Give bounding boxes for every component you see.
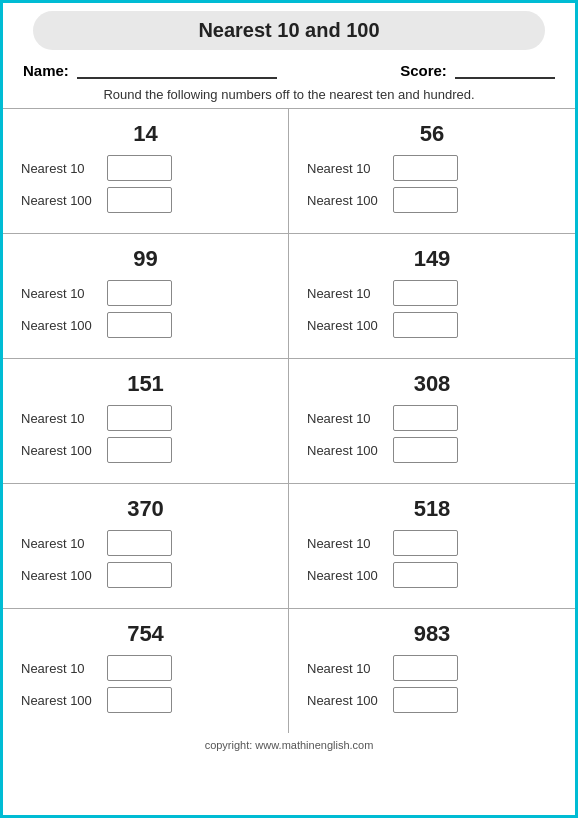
score-label: Score: bbox=[400, 62, 447, 79]
answer-row-14-10: Nearest 10 bbox=[21, 155, 270, 181]
answer-row-518-10: Nearest 10 bbox=[307, 530, 557, 556]
nearest100-label-99: Nearest 100 bbox=[21, 318, 101, 333]
problem-cell-99: 99 Nearest 10 Nearest 100 bbox=[3, 234, 289, 359]
answer-row-151-10: Nearest 10 bbox=[21, 405, 270, 431]
problem-number-518: 518 bbox=[307, 496, 557, 522]
answer-box-370-100[interactable] bbox=[107, 562, 172, 588]
nearest10-label-149: Nearest 10 bbox=[307, 286, 387, 301]
problem-number-308: 308 bbox=[307, 371, 557, 397]
nearest100-label: Nearest 100 bbox=[21, 193, 101, 208]
problem-cell-308: 308 Nearest 10 Nearest 100 bbox=[289, 359, 575, 484]
answer-box-149-100[interactable] bbox=[393, 312, 458, 338]
answer-box-151-10[interactable] bbox=[107, 405, 172, 431]
answer-box-99-100[interactable] bbox=[107, 312, 172, 338]
answer-row-754-100: Nearest 100 bbox=[21, 687, 270, 713]
answer-row-983-100: Nearest 100 bbox=[307, 687, 557, 713]
nearest100-label-56: Nearest 100 bbox=[307, 193, 387, 208]
nearest10-label-56: Nearest 10 bbox=[307, 161, 387, 176]
nearest100-label-754: Nearest 100 bbox=[21, 693, 101, 708]
instructions-text: Round the following numbers off to the n… bbox=[3, 83, 575, 108]
nearest10-label-308: Nearest 10 bbox=[307, 411, 387, 426]
nearest100-label-308: Nearest 100 bbox=[307, 443, 387, 458]
answer-box-149-10[interactable] bbox=[393, 280, 458, 306]
answer-box-518-100[interactable] bbox=[393, 562, 458, 588]
answer-box-308-10[interactable] bbox=[393, 405, 458, 431]
nearest100-label-518: Nearest 100 bbox=[307, 568, 387, 583]
answer-row-754-10: Nearest 10 bbox=[21, 655, 270, 681]
answer-row-149-100: Nearest 100 bbox=[307, 312, 557, 338]
answer-box-14-10[interactable] bbox=[107, 155, 172, 181]
answer-row-56-10: Nearest 10 bbox=[307, 155, 557, 181]
problem-number-151: 151 bbox=[21, 371, 270, 397]
answer-row-518-100: Nearest 100 bbox=[307, 562, 557, 588]
problem-cell-56: 56 Nearest 10 Nearest 100 bbox=[289, 109, 575, 234]
problems-grid: 14 Nearest 10 Nearest 100 56 Nearest 10 … bbox=[3, 108, 575, 733]
answer-row-983-10: Nearest 10 bbox=[307, 655, 557, 681]
nearest10-label-754: Nearest 10 bbox=[21, 661, 101, 676]
answer-row-308-10: Nearest 10 bbox=[307, 405, 557, 431]
answer-box-308-100[interactable] bbox=[393, 437, 458, 463]
problem-number-56: 56 bbox=[307, 121, 557, 147]
problem-number-754: 754 bbox=[21, 621, 270, 647]
answer-row-151-100: Nearest 100 bbox=[21, 437, 270, 463]
name-label: Name: bbox=[23, 62, 69, 79]
answer-row-370-100: Nearest 100 bbox=[21, 562, 270, 588]
nearest10-label-99: Nearest 10 bbox=[21, 286, 101, 301]
problem-number-99: 99 bbox=[21, 246, 270, 272]
problem-cell-151: 151 Nearest 10 Nearest 100 bbox=[3, 359, 289, 484]
problem-cell-370: 370 Nearest 10 Nearest 100 bbox=[3, 484, 289, 609]
answer-row-370-10: Nearest 10 bbox=[21, 530, 270, 556]
problem-cell-754: 754 Nearest 10 Nearest 100 bbox=[3, 609, 289, 733]
answer-box-754-10[interactable] bbox=[107, 655, 172, 681]
answer-box-983-100[interactable] bbox=[393, 687, 458, 713]
problem-number-149: 149 bbox=[307, 246, 557, 272]
problem-cell-149: 149 Nearest 10 Nearest 100 bbox=[289, 234, 575, 359]
problem-cell-14: 14 Nearest 10 Nearest 100 bbox=[3, 109, 289, 234]
answer-box-151-100[interactable] bbox=[107, 437, 172, 463]
answer-row-56-100: Nearest 100 bbox=[307, 187, 557, 213]
nearest10-label-151: Nearest 10 bbox=[21, 411, 101, 426]
problem-number-983: 983 bbox=[307, 621, 557, 647]
score-underline bbox=[455, 77, 555, 79]
answer-row-99-100: Nearest 100 bbox=[21, 312, 270, 338]
answer-box-370-10[interactable] bbox=[107, 530, 172, 556]
answer-box-56-10[interactable] bbox=[393, 155, 458, 181]
problem-number-370: 370 bbox=[21, 496, 270, 522]
answer-box-99-10[interactable] bbox=[107, 280, 172, 306]
page-title: Nearest 10 and 100 bbox=[198, 19, 379, 41]
problem-number-14: 14 bbox=[21, 121, 270, 147]
nearest10-label-370: Nearest 10 bbox=[21, 536, 101, 551]
answer-row-308-100: Nearest 100 bbox=[307, 437, 557, 463]
nearest10-label-518: Nearest 10 bbox=[307, 536, 387, 551]
nearest100-label-151: Nearest 100 bbox=[21, 443, 101, 458]
answer-row-149-10: Nearest 10 bbox=[307, 280, 557, 306]
answer-box-754-100[interactable] bbox=[107, 687, 172, 713]
answer-box-14-100[interactable] bbox=[107, 187, 172, 213]
answer-row-14-100: Nearest 100 bbox=[21, 187, 270, 213]
answer-box-518-10[interactable] bbox=[393, 530, 458, 556]
answer-row-99-10: Nearest 10 bbox=[21, 280, 270, 306]
nearest10-label: Nearest 10 bbox=[21, 161, 101, 176]
answer-box-983-10[interactable] bbox=[393, 655, 458, 681]
nearest100-label-983: Nearest 100 bbox=[307, 693, 387, 708]
copyright-text: copyright: www.mathinenglish.com bbox=[3, 733, 575, 755]
nearest100-label-370: Nearest 100 bbox=[21, 568, 101, 583]
nearest10-label-983: Nearest 10 bbox=[307, 661, 387, 676]
problem-cell-983: 983 Nearest 10 Nearest 100 bbox=[289, 609, 575, 733]
name-underline bbox=[77, 77, 277, 79]
answer-box-56-100[interactable] bbox=[393, 187, 458, 213]
nearest100-label-149: Nearest 100 bbox=[307, 318, 387, 333]
problem-cell-518: 518 Nearest 10 Nearest 100 bbox=[289, 484, 575, 609]
